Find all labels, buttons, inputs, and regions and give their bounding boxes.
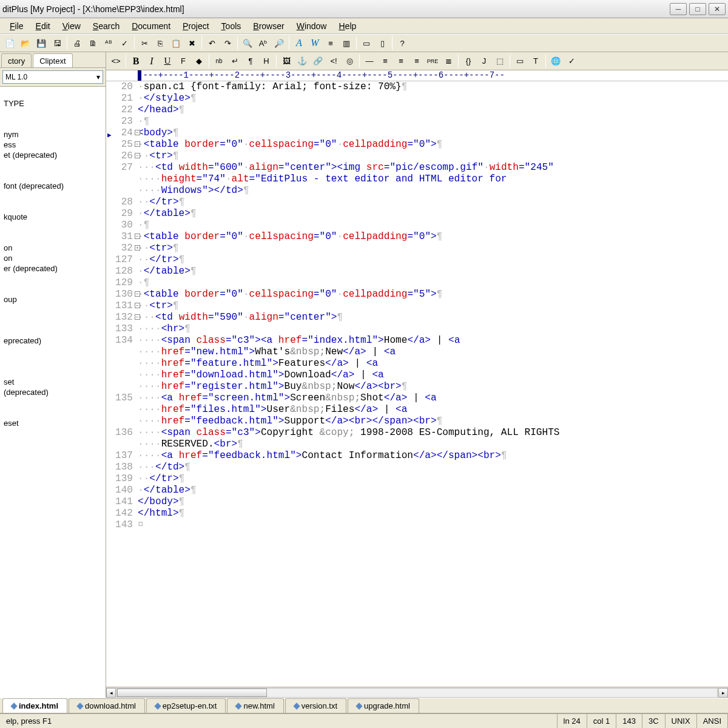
code-line[interactable]: 134····<span class="c3"><a href="index.h…	[106, 335, 728, 346]
code-line[interactable]: 26−··<tr>¶	[106, 150, 728, 162]
list-icon[interactable]: ≣	[441, 54, 456, 69]
findfiles-icon[interactable]: 🔎	[272, 36, 286, 50]
redo-icon[interactable]: ↷	[220, 36, 235, 50]
code-line[interactable]: 131−··<tr>¶	[106, 300, 728, 312]
cliptext-item[interactable]: oup	[0, 294, 106, 305]
browser-icon[interactable]: 🌐	[548, 54, 563, 69]
replace-icon[interactable]: Aᵇ	[256, 36, 271, 50]
sidebar-tab-directory[interactable]: ctory	[1, 53, 32, 67]
cliptext-item[interactable]: on	[0, 253, 106, 263]
code-content[interactable]: ····Windows"></td>¶	[138, 185, 728, 197]
code-line[interactable]: 29·</table>¶	[106, 208, 728, 220]
code-line[interactable]: 142</html>¶	[106, 508, 728, 519]
code-editor[interactable]: 20·span.c1 {font-family: Arial; font-siz…	[106, 81, 728, 687]
new-icon[interactable]: 📄	[2, 36, 17, 50]
cliptext-item[interactable]: on	[0, 243, 106, 253]
code-content[interactable]: ·¶	[138, 277, 728, 289]
code-line[interactable]: 32+··<tr>¶	[106, 243, 728, 254]
code-content[interactable]: ·¶	[138, 220, 728, 231]
hr-icon[interactable]: —	[362, 54, 377, 69]
bold-icon[interactable]: B	[129, 54, 143, 69]
code-content[interactable]: ·<table border="0"·cellspacing="0"·cellp…	[138, 231, 728, 243]
document-tab[interactable]: download.html	[69, 698, 145, 713]
column-icon[interactable]: ▥	[339, 36, 354, 50]
cliptext-item[interactable]: ess	[0, 140, 106, 150]
code-content[interactable]: </body>¶	[138, 496, 728, 508]
code-content[interactable]: ···<td width="600"·align="center"><img s…	[138, 162, 728, 174]
form-icon[interactable]: ▭	[513, 54, 527, 69]
center-icon[interactable]: ≡	[394, 54, 408, 69]
code-content[interactable]: ·</table>¶	[138, 208, 728, 220]
save-all-icon[interactable]: 🖫	[50, 36, 64, 50]
check-icon[interactable]: ✓	[117, 36, 132, 50]
code-line[interactable]: 20·span.c1 {font-family: Arial; font-siz…	[106, 81, 728, 93]
code-content[interactable]: ·</style>¶	[138, 93, 728, 104]
cliptext-item[interactable]: er (deprecated)	[0, 263, 106, 274]
cliptext-combo[interactable]: ML 1.0 ▾	[2, 70, 103, 84]
menu-edit[interactable]: Edit	[30, 19, 56, 33]
copy-icon[interactable]: ⎘	[153, 36, 167, 50]
code-content[interactable]: ····href="download.html">Download</a> | …	[138, 369, 728, 381]
menu-search[interactable]: Search	[87, 19, 126, 33]
code-line[interactable]: 23·¶	[106, 116, 728, 127]
menu-help[interactable]: Help	[332, 19, 362, 33]
code-line[interactable]: ····height="74"·alt="EditPlus - text edi…	[106, 174, 728, 185]
window1-icon[interactable]: ▭	[359, 36, 374, 50]
left-icon[interactable]: ≡	[378, 54, 393, 69]
cliptext-item[interactable]: set	[0, 377, 106, 387]
scroll-track[interactable]	[116, 688, 718, 698]
horizontal-scrollbar[interactable]: ◂ ▸	[106, 687, 728, 698]
text-icon[interactable]: T	[528, 54, 543, 69]
target-icon[interactable]: ◎	[342, 54, 357, 69]
code-content[interactable]: ····<span class="c3">Copyright &copy; 19…	[138, 427, 728, 439]
link-icon[interactable]: 🔗	[311, 54, 325, 69]
tag-icon[interactable]: <>	[109, 54, 123, 69]
delete-icon[interactable]: ✖	[184, 36, 199, 50]
code-line[interactable]: 132−···<td width="590"·align="center">¶	[106, 312, 728, 323]
code-line[interactable]: 133····<hr>¶	[106, 323, 728, 335]
code-line[interactable]: 27···<td width="600"·align="center"><img…	[106, 162, 728, 174]
open-icon[interactable]: 📂	[18, 36, 33, 50]
scroll-right-button[interactable]: ▸	[718, 688, 728, 698]
fold-collapse-icon[interactable]: −	[135, 141, 140, 147]
spell-icon[interactable]: ᴬᴮ	[101, 36, 116, 50]
code-content[interactable]: ···<td width="590"·align="center">¶	[138, 312, 728, 323]
code-content[interactable]: </head>¶	[138, 104, 728, 116]
color-icon[interactable]: ◆	[192, 54, 206, 69]
code-line[interactable]: 22</head>¶	[106, 104, 728, 116]
cliptext-item[interactable]: eprecated)	[0, 335, 106, 346]
right-icon[interactable]: ≡	[410, 54, 424, 69]
document-tab[interactable]: upgrade.html	[348, 698, 419, 713]
code-content[interactable]: ·<table border="0"·cellspacing="0"·cellp…	[138, 289, 728, 300]
fold-collapse-icon[interactable]: −	[135, 314, 140, 320]
validate-icon[interactable]: ✓	[564, 54, 579, 69]
comment-icon[interactable]: <!	[326, 54, 341, 69]
close-button[interactable]: ✕	[709, 3, 726, 15]
code-content[interactable]: <body>¶	[138, 127, 728, 139]
code-line[interactable]: 127··</tr>¶	[106, 254, 728, 266]
applet-icon[interactable]: J	[477, 54, 491, 69]
word-icon[interactable]: W	[308, 36, 322, 50]
code-line[interactable]: 31−·<table border="0"·cellspacing="0"·ce…	[106, 231, 728, 243]
fold-collapse-icon[interactable]: −	[135, 130, 140, 135]
code-content[interactable]: ··</tr>¶	[138, 254, 728, 266]
code-content[interactable]: ····<a href="feedback.html">Contact Info…	[138, 450, 728, 462]
code-line[interactable]: 139··</tr>¶	[106, 473, 728, 485]
code-content[interactable]: </html>¶	[138, 508, 728, 519]
scroll-thumb[interactable]	[117, 689, 267, 697]
code-line[interactable]: 129·¶	[106, 277, 728, 289]
fold-collapse-icon[interactable]: −	[135, 291, 140, 297]
code-line[interactable]: ····href="new.html">What's&nbsp;New</a> …	[106, 346, 728, 358]
fold-expand-icon[interactable]: +	[135, 245, 140, 251]
format-a-icon[interactable]: A	[292, 36, 306, 50]
code-line[interactable]: ····href="files.html">User&nbsp;Files</a…	[106, 404, 728, 416]
code-content[interactable]: ····RESERVED.<br>¶	[138, 439, 728, 450]
sidebar-tab-cliptext[interactable]: Cliptext	[33, 53, 72, 67]
code-line[interactable]: 21·</style>¶	[106, 93, 728, 104]
code-content[interactable]: ···</td>¶	[138, 462, 728, 473]
code-line[interactable]: 28··</tr>¶	[106, 197, 728, 208]
code-line[interactable]: 135····<a href="screen.html">Screen&nbsp…	[106, 393, 728, 404]
cut-icon[interactable]: ✂	[137, 36, 152, 50]
print-preview-icon[interactable]: 🗎	[86, 36, 100, 50]
code-content[interactable]: ····href="feedback.html">Support</a><br>…	[138, 416, 728, 427]
